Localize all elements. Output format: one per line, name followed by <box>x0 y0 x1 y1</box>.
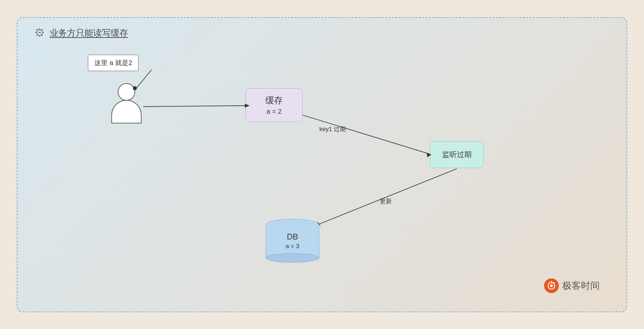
db-label: DB <box>287 232 298 241</box>
brand-icon <box>544 278 559 293</box>
db-value: a = 3 <box>286 243 300 250</box>
svg-line-5 <box>37 29 38 30</box>
tooltip-text: 这里 a 就是2 <box>94 59 132 66</box>
key1-expire-label: key1 过期 <box>319 125 346 133</box>
brand: 极客时间 <box>544 278 600 293</box>
title-area: 业务方只能读写缓存 <box>34 27 128 39</box>
db-body: DB a = 3 <box>266 224 319 258</box>
cache-box: 缓存 a = 2 <box>246 88 303 122</box>
monitor-label: 监听过期 <box>442 150 472 160</box>
user-body <box>111 100 142 123</box>
svg-point-20 <box>550 284 553 287</box>
svg-line-22 <box>553 282 554 283</box>
title-text: 业务方只能读写缓存 <box>50 27 128 39</box>
db-container: DB a = 3 <box>266 219 319 263</box>
svg-line-17 <box>319 169 457 224</box>
monitor-box: 监听过期 <box>430 141 484 168</box>
svg-line-7 <box>42 29 43 30</box>
bulb-icon <box>34 27 46 39</box>
cache-value: a = 2 <box>266 108 281 115</box>
svg-line-15 <box>303 115 429 154</box>
update-label: 更新 <box>380 197 392 205</box>
brand-text: 极客时间 <box>562 279 600 292</box>
diagram-container: 业务方只能读写缓存 这里 a 就是2 缓存 a = 2 监听过期 DB a = … <box>17 17 627 312</box>
cache-label: 缓存 <box>265 95 283 106</box>
user-head <box>118 83 135 101</box>
db-bottom <box>266 253 319 263</box>
svg-line-6 <box>42 35 43 36</box>
user-figure <box>111 83 142 123</box>
svg-line-8 <box>37 35 38 36</box>
tooltip-box: 这里 a 就是2 <box>88 55 139 71</box>
svg-line-13 <box>143 106 245 107</box>
